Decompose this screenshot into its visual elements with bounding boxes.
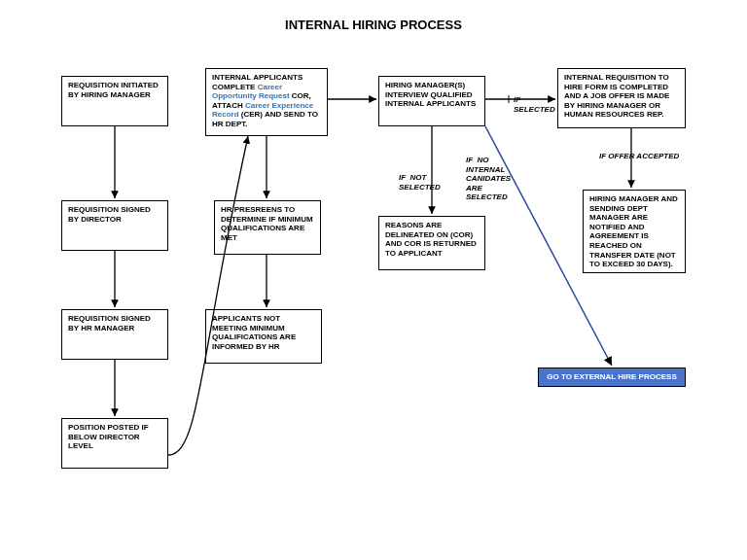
label-if-offer-accepted: IF OFFER ACCEPTED <box>599 152 679 161</box>
box-text: REQUISITION INITIATED BY HIRING MANAGER <box>68 81 159 99</box>
box-internal-applicants-complete: INTERNAL APPLICANTS COMPLETE Career Oppo… <box>205 68 328 136</box>
box-text: APPLICANTS NOT MEETING MINIMUM QUALIFICA… <box>212 314 296 351</box>
box-text: REASONS ARE DELINEATED ON (COR) AND COR … <box>385 221 477 258</box>
box-requisition-initiated: REQUISITION INITIATED BY HIRING MANAGER <box>61 76 168 126</box>
diagram-title: INTERNAL HIRING PROCESS <box>0 18 747 32</box>
box-go-to-external[interactable]: GO TO EXTERNAL HIRE PROCESS <box>538 368 686 387</box>
label-if-no-internal: IF NO INTERNAL CANIDATES ARE SELECTED <box>466 156 511 202</box>
diagram-canvas: INTERNAL HIRING PROCESS REQUISITION INIT… <box>0 0 747 560</box>
box-signed-director: REQUISITION SIGNED BY DIRECTOR <box>61 200 168 251</box>
box-notified-transfer-date: HIRING MANAGER AND SENDING DEPT MANAGER … <box>583 190 686 273</box>
box-internal-requisition-offer: INTERNAL REQUISITION TO HIRE FORM IS COM… <box>557 68 686 128</box>
box-text: GO TO EXTERNAL HIRE PROCESS <box>547 372 677 382</box>
box-text: INTERNAL REQUISITION TO HIRE FORM IS COM… <box>564 73 669 119</box>
box-text: REQUISITION SIGNED BY HR MANAGER <box>68 314 151 332</box>
box-text: HIRING MANAGER AND SENDING DEPT MANAGER … <box>589 194 678 268</box>
label-if-not-selected: IF NOT SELECTED <box>399 173 441 192</box>
box-text: REQUISITION SIGNED BY DIRECTOR <box>68 205 151 224</box>
box-signed-hr-manager: REQUISITION SIGNED BY HR MANAGER <box>61 309 168 360</box>
box-hiring-manager-interview: HIRING MANAGER(S) INTERVIEW QUALIFIED IN… <box>378 76 485 126</box>
box-position-posted: POSITION POSTED IF BELOW DIRECTOR LEVEL <box>61 418 168 469</box>
box-hr-prescreens: HR PRESREENS TO DETERMINE IF MINIMUM QUA… <box>214 200 321 255</box>
box-text: HR PRESREENS TO DETERMINE IF MINIMUM QUA… <box>221 205 313 242</box>
label-if-selected: IF SELECTED <box>514 95 555 114</box>
box-text: HIRING MANAGER(S) INTERVIEW QUALIFIED IN… <box>385 81 476 108</box>
box-reasons-delineated: REASONS ARE DELINEATED ON (COR) AND COR … <box>378 216 485 270</box>
box-applicants-not-meeting: APPLICANTS NOT MEETING MINIMUM QUALIFICA… <box>205 309 322 364</box>
box-text: POSITION POSTED IF BELOW DIRECTOR LEVEL <box>68 423 149 450</box>
